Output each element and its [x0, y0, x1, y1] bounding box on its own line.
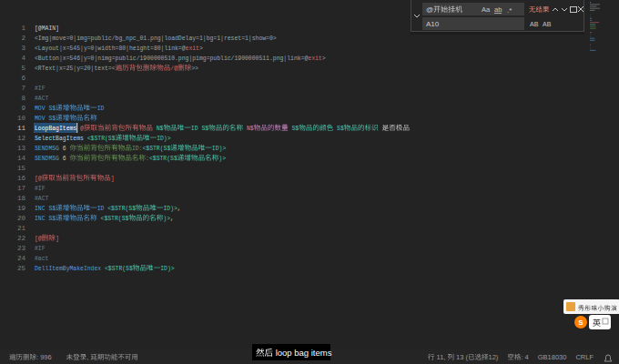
svg-text:#IF: #IF: [35, 85, 46, 92]
svg-text:11: 11: [17, 125, 26, 132]
svg-text:ID)>: ID)>: [157, 135, 171, 142]
svg-text:/@: /@: [170, 65, 178, 72]
svg-text:INC S$: INC S$: [35, 215, 56, 222]
svg-text:,: ,: [178, 205, 181, 212]
svg-text:AB: AB: [530, 21, 539, 27]
svg-text:S: S: [578, 318, 583, 327]
svg-text:#ACT: #ACT: [35, 195, 49, 202]
svg-text:11,: 11,: [435, 353, 448, 361]
svg-text:1: 1: [21, 25, 25, 32]
svg-text:: 996: : 996: [36, 353, 52, 361]
svg-text:exit: exit: [186, 45, 199, 52]
svg-text:S$: S$: [201, 125, 208, 132]
svg-text:MOV S$: MOV S$: [35, 105, 56, 112]
svg-text:13: 13: [17, 145, 26, 152]
svg-text:[@MAIN]: [@MAIN]: [35, 25, 59, 32]
svg-text:Aa: Aa: [482, 5, 491, 14]
svg-text:DellItemByMakeIndex: DellItemByMakeIndex: [35, 265, 105, 272]
svg-text:6: 6: [59, 155, 70, 162]
svg-text:SelectBagItems: SelectBagItems: [35, 135, 84, 142]
svg-text:[@: [@: [35, 235, 42, 242]
svg-text:loop bag items: loop bag items: [273, 348, 332, 358]
svg-text:ID)>: ID)>: [212, 145, 227, 152]
svg-text:<$STR(S$: <$STR(S$: [149, 155, 178, 162]
svg-text:23: 23: [17, 245, 26, 252]
svg-text:<$STR(S$: <$STR(S$: [107, 205, 136, 212]
svg-text:ID:: ID:: [132, 145, 143, 152]
svg-text:7: 7: [21, 85, 25, 92]
svg-text:20: 20: [17, 215, 26, 222]
svg-text:2: 2: [21, 35, 25, 42]
svg-text:ID)>: ID)>: [160, 265, 175, 272]
svg-text:9: 9: [21, 105, 25, 112]
svg-text:N$: N$: [247, 125, 254, 132]
svg-text:13 (: 13 (: [454, 353, 469, 361]
svg-text:16: 16: [17, 175, 26, 182]
svg-text:15: 15: [17, 165, 26, 172]
svg-text:<$STR(S$: <$STR(S$: [105, 265, 133, 272]
svg-text:<$STR(S$: <$STR(S$: [101, 215, 129, 222]
svg-text:24: 24: [17, 255, 26, 262]
svg-text:<Layout|x=545|y=0|width=80|hei: <Layout|x=545|y=0|width=80|height=80|lin…: [35, 45, 186, 52]
svg-text:LoopBagItems: LoopBagItems: [35, 125, 76, 132]
svg-text:)>: )>: [218, 155, 226, 162]
svg-text:S$: S$: [337, 125, 344, 132]
svg-text:ID: ID: [97, 105, 105, 112]
svg-text:<$STR(S$: <$STR(S$: [142, 145, 170, 152]
svg-text:ID: ID: [97, 205, 108, 212]
svg-text:19: 19: [17, 205, 26, 212]
svg-text:<RText|x=25|y=20|text=<: <RText|x=25|y=20|text=<: [35, 65, 116, 72]
svg-text:#IF: #IF: [35, 245, 46, 252]
svg-text:17: 17: [17, 185, 25, 192]
svg-text:4: 4: [21, 55, 25, 62]
svg-text:exit: exit: [308, 55, 321, 62]
svg-text:SENDMSG: SENDMSG: [35, 145, 59, 152]
svg-text:MOV S$: MOV S$: [35, 115, 56, 122]
svg-text:22: 22: [17, 235, 26, 242]
svg-text:.*: .*: [507, 6, 512, 15]
svg-text:25: 25: [17, 265, 26, 272]
svg-text:14: 14: [17, 155, 26, 162]
svg-text:,: ,: [170, 215, 174, 222]
svg-text:: 4: : 4: [521, 353, 528, 361]
svg-text:N$: N$: [157, 125, 164, 132]
svg-text:]: ]: [56, 235, 59, 242]
svg-text:21: 21: [17, 225, 26, 232]
svg-text:A10: A10: [426, 20, 440, 28]
svg-text:12): 12): [489, 353, 499, 361]
svg-text:6: 6: [21, 75, 25, 82]
svg-text:<$STR(S$: <$STR(S$: [87, 135, 116, 142]
svg-text:<Button|x=546|y=0|nimg=public/: <Button|x=546|y=0|nimg=public/1900000510…: [35, 55, 309, 62]
svg-text:,: ,: [86, 353, 90, 361]
svg-text:3: 3: [21, 45, 25, 52]
svg-text:8: 8: [21, 95, 25, 102]
svg-text:AB: AB: [543, 21, 552, 27]
svg-text:S$: S$: [292, 125, 299, 132]
svg-text:<Img|move=0|img=public/bg_npc_: <Img|move=0|img=public/bg_npc_01.png|loa…: [35, 35, 277, 42]
svg-text:@: @: [80, 125, 84, 132]
svg-text:#IF: #IF: [35, 185, 46, 192]
svg-text:CRLF: CRLF: [575, 353, 594, 361]
svg-text:12: 12: [17, 135, 26, 142]
svg-text:ab: ab: [494, 5, 502, 14]
svg-text:SENDMSG: SENDMSG: [35, 155, 59, 162]
svg-text:GB18030: GB18030: [538, 353, 567, 361]
svg-text:>: >: [199, 45, 203, 52]
svg-text:[@: [@: [35, 175, 42, 182]
svg-text:]: ]: [111, 175, 115, 182]
svg-text:18: 18: [17, 195, 26, 202]
svg-text:ID)>: ID)>: [163, 205, 178, 212]
svg-text:@: @: [426, 5, 433, 14]
svg-text:5: 5: [21, 65, 25, 72]
svg-text:#ACT: #ACT: [35, 95, 49, 102]
svg-text:INC S$: INC S$: [35, 205, 56, 212]
svg-text:10: 10: [17, 115, 26, 122]
svg-text:6: 6: [59, 145, 70, 152]
svg-text:#act: #act: [35, 255, 48, 262]
svg-text:>: >: [322, 55, 326, 62]
svg-text:>>: >>: [191, 65, 198, 72]
